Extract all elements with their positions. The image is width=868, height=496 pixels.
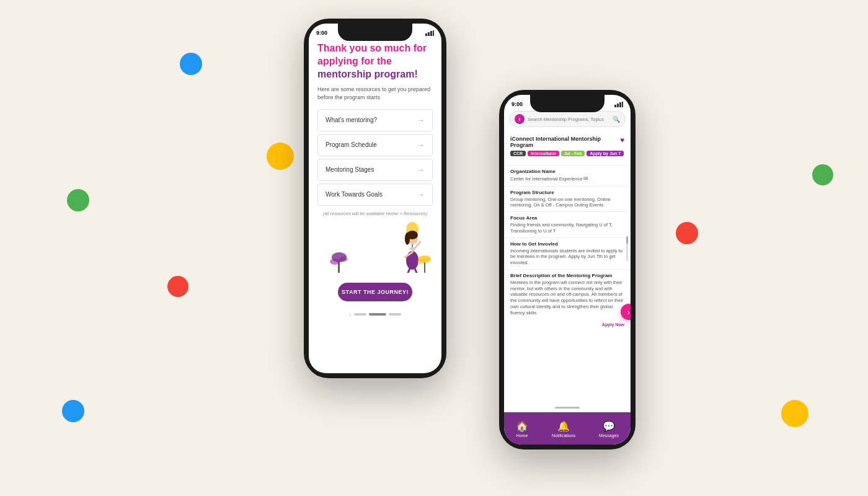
arrow-icon: → xyxy=(417,166,425,174)
menu-item-label: What's mentoring? xyxy=(326,117,377,123)
nav-messages[interactable]: 💬 Messages xyxy=(599,420,619,438)
messages-icon: 💬 xyxy=(603,420,615,432)
signal-bars-right xyxy=(614,102,623,107)
time-left: 9:00 xyxy=(316,30,327,36)
bottom-nav: 🏠 Home 🔔 Notifications 💬 Messages xyxy=(504,412,631,445)
menu-item-work-towards-goals[interactable]: Work Towards Goals → xyxy=(317,184,433,206)
pagination: ‹ xyxy=(309,306,441,321)
home-bar xyxy=(555,407,580,409)
program-card: iConnect International Mentorship Progra… xyxy=(504,131,631,166)
how-section: How to Get Invovled Incoming internation… xyxy=(504,238,631,270)
tag-intercultural: Intercultural xyxy=(528,151,559,156)
phone-left: 9:00 Thank you so much for applying for … xyxy=(304,19,446,378)
email-icon: ✉ xyxy=(583,175,588,182)
left-content: Thank you so much for applying for the m… xyxy=(309,37,441,278)
dot-green-right xyxy=(812,164,833,185)
signal-right xyxy=(614,102,623,107)
plant-left-illustration xyxy=(330,242,348,273)
menu-item-program-schedule[interactable]: Program Schedule → xyxy=(317,134,433,156)
start-journey-button[interactable]: START THE JOURNEY! xyxy=(338,283,412,301)
search-icon: 🔍 xyxy=(613,116,620,123)
home-icon: 🏠 xyxy=(516,420,528,432)
program-title-row: iConnect International Mentorship Progra… xyxy=(510,136,624,148)
dot-green-left xyxy=(67,189,89,211)
svg-marker-25 xyxy=(622,102,623,107)
svg-point-10 xyxy=(339,257,348,262)
phone-left-screen: 9:00 Thank you so much for applying for … xyxy=(309,24,441,373)
svg-rect-24 xyxy=(619,102,621,107)
svg-point-11 xyxy=(406,251,418,270)
heading-line2: applying for the xyxy=(317,55,433,68)
notifications-label: Notifications xyxy=(552,433,575,438)
dot-red-right xyxy=(676,222,698,244)
illustration-area xyxy=(317,220,433,273)
svg-rect-2 xyxy=(430,31,432,36)
svg-marker-3 xyxy=(433,30,434,36)
tag-dates: Jul - Feb xyxy=(561,151,585,156)
nav-home[interactable]: 🏠 Home xyxy=(516,420,528,438)
subtitle-text: Here are some resources to get you prepa… xyxy=(317,86,433,101)
heart-icon[interactable]: ♥ xyxy=(620,136,624,144)
prev-arrow[interactable]: ‹ xyxy=(349,311,351,318)
apply-now-container: Apply Now xyxy=(510,317,624,329)
resources-note: (all resources will be available Home > … xyxy=(317,211,433,216)
heading-line1: Thank you so much for xyxy=(317,42,433,55)
apply-now-button[interactable]: Apply Now xyxy=(602,322,624,327)
pag-dot-1 xyxy=(354,313,366,316)
description-value: Mentees in the program will connect not … xyxy=(510,280,624,316)
program-content: iConnect International Mentorship Progra… xyxy=(504,131,631,366)
how-value: Incoming internationals students are inv… xyxy=(510,248,624,266)
organization-section: Organization Name Center for Internation… xyxy=(504,166,631,187)
svg-point-9 xyxy=(330,259,340,265)
nav-notifications[interactable]: 🔔 Notifications xyxy=(552,420,575,438)
svg-point-21 xyxy=(417,259,425,264)
menu-item-label: Mentoring Stages xyxy=(326,166,374,173)
app-logo: i xyxy=(515,114,525,124)
menu-item-whats-mentoring[interactable]: What's mentoring? → xyxy=(317,109,433,131)
svg-rect-0 xyxy=(425,33,427,36)
dot-blue-bottom-left xyxy=(62,400,84,422)
dot-yellow-right xyxy=(781,400,808,427)
signal-left xyxy=(425,30,434,36)
phone-right-notch xyxy=(530,95,604,112)
structure-section: Program Structure Group mentoring, One-o… xyxy=(504,187,631,213)
tag-apply: Apply by Jun 7 xyxy=(587,151,624,156)
notifications-icon: 🔔 xyxy=(557,420,570,432)
svg-rect-23 xyxy=(617,104,619,107)
menu-item-label: Program Schedule xyxy=(326,141,377,148)
structure-label: Program Structure xyxy=(510,190,624,195)
arrow-icon: → xyxy=(417,141,425,149)
menu-item-mentoring-stages[interactable]: Mentoring Stages → xyxy=(317,159,433,181)
signal-bars-left xyxy=(425,30,434,36)
scroll-thumb xyxy=(626,236,628,244)
focus-label: Focus Area xyxy=(510,215,624,221)
phone-right: 9:00 i 🔍 iConne xyxy=(499,90,636,450)
focus-section: Focus Area Finding friends and community… xyxy=(504,212,631,238)
thank-you-heading: Thank you so much for applying for the m… xyxy=(317,42,433,81)
structure-value: Group mentoring, One-on-one mentoring, O… xyxy=(510,197,624,209)
scroll-indicator xyxy=(626,236,628,261)
tag-ccr: CCR xyxy=(510,151,526,156)
dot-red-left xyxy=(167,276,188,297)
description-label: Brief Description of the Mentoring Progr… xyxy=(510,273,624,278)
focus-value: Finding friends and community, Navigatin… xyxy=(510,222,624,234)
dot-blue-top-left xyxy=(180,53,202,75)
description-section: Brief Description of the Mentoring Progr… xyxy=(504,270,631,334)
svg-rect-19 xyxy=(424,262,425,273)
organization-label: Organization Name xyxy=(510,169,624,174)
svg-rect-1 xyxy=(428,32,430,36)
arrow-icon: → xyxy=(417,190,425,199)
arrow-icon: → xyxy=(417,116,425,125)
search-bar[interactable]: i 🔍 xyxy=(509,111,626,127)
how-label: How to Get Invovled xyxy=(510,241,624,247)
tags-row: CCR Intercultural Jul - Feb Apply by Jun… xyxy=(510,151,624,156)
heading-line3: mentorship program! xyxy=(317,68,433,81)
svg-rect-22 xyxy=(614,105,616,107)
svg-line-17 xyxy=(408,268,410,273)
phone-left-notch xyxy=(338,24,412,41)
time-right: 9:00 xyxy=(512,101,523,107)
search-input[interactable] xyxy=(528,117,613,122)
svg-point-14 xyxy=(405,232,410,245)
program-title: iConnect International Mentorship Progra… xyxy=(510,136,620,148)
svg-line-18 xyxy=(415,268,417,273)
